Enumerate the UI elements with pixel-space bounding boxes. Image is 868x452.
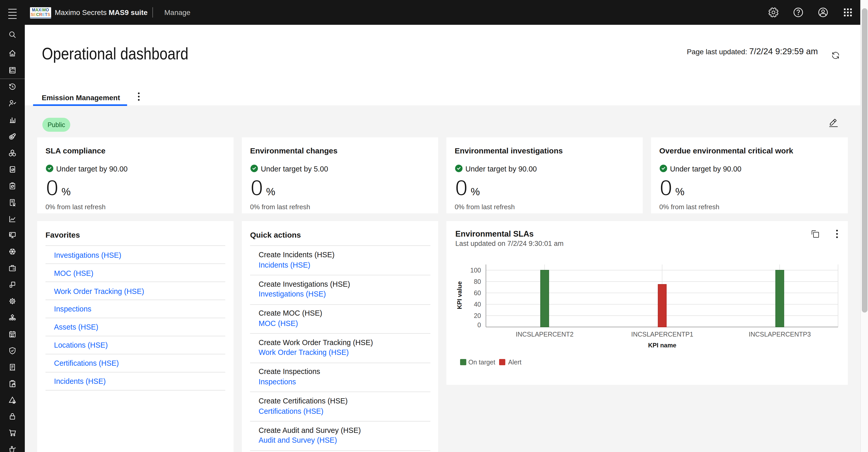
svg-text:INCSLAPERCENTP3: INCSLAPERCENTP3 <box>749 330 811 337</box>
svg-text:60: 60 <box>474 289 481 296</box>
svg-text:Alert: Alert <box>508 358 521 365</box>
svg-text:40: 40 <box>474 300 481 308</box>
svg-text:INCSLAPERCENTP1: INCSLAPERCENTP1 <box>631 330 693 337</box>
svg-text:80: 80 <box>474 278 481 285</box>
svg-text:INCSLAPERCENT2: INCSLAPERCENT2 <box>516 330 574 337</box>
svg-text:0: 0 <box>477 321 481 328</box>
svg-text:100: 100 <box>470 266 481 273</box>
svg-text:20: 20 <box>474 312 481 319</box>
svg-text:KPI value: KPI value <box>456 281 463 309</box>
svg-text:KPI name: KPI name <box>648 342 676 348</box>
svg-text:On target: On target <box>468 358 495 365</box>
